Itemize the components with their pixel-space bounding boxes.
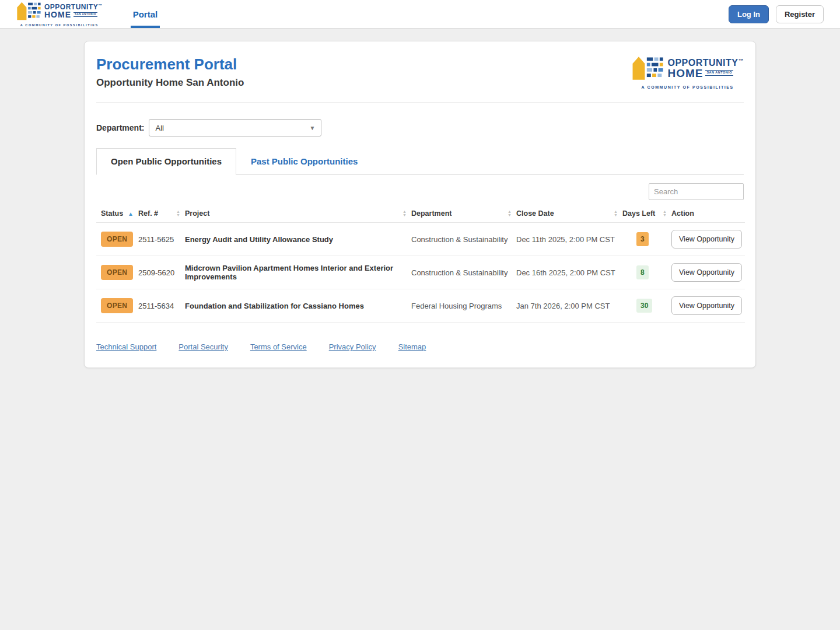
logo-line1: OPPORTUNITY [667,58,738,68]
footer-link-technical-support[interactable]: Technical Support [96,342,156,351]
app-logo[interactable]: OPPORTUNITY™ HOMESAN ANTONIO A COMMUNITY… [16,0,103,28]
logo-sub: SAN ANTONIO [74,12,97,18]
sort-icon: ▲▼ [176,210,180,217]
trademark-symbol: ™ [98,4,103,8]
col-action: Action [671,206,745,223]
project-name: Energy Audit and Utility Allowance Study [185,223,411,256]
top-navbar: OPPORTUNITY™ HOMESAN ANTONIO A COMMUNITY… [0,0,840,29]
table-header-row: Status▲ Ref. #▲▼ Project▲▼ Department▲▼ … [96,206,745,223]
close-date-cell: Dec 16th 2025, 2:00 PM CST [516,256,622,289]
logo-line2: HOME [667,68,703,79]
department-cell: Construction & Sustainability [411,256,516,289]
sort-icon: ▲▼ [614,210,618,217]
view-opportunity-button[interactable]: View Opportunity [671,230,742,249]
ref-number: 2511-5625 [138,223,185,256]
logo-line2: HOME [44,10,71,19]
search-input[interactable] [649,183,744,200]
register-button[interactable]: Register [776,5,824,23]
chevron-down-icon: ▼ [310,125,316,131]
department-selected-value: All [155,124,163,132]
department-cell: Federal Housing Programs [411,289,516,323]
table-row: OPEN 2511-5634 Foundation and Stabilizat… [96,289,745,323]
close-date-cell: Dec 11th 2025, 2:00 PM CST [516,223,622,256]
view-opportunity-button[interactable]: View Opportunity [671,263,742,282]
view-opportunity-button[interactable]: View Opportunity [671,296,742,315]
days-left-badge: 30 [636,299,652,313]
tab-bar: Open Public Opportunities Past Public Op… [96,148,744,175]
footer-link-portal-security[interactable]: Portal Security [178,342,228,351]
sort-icon: ▲▼ [402,210,407,217]
department-label: Department: [96,123,144,132]
col-days-left[interactable]: Days Left▲▼ [622,206,671,223]
status-badge: OPEN [101,265,133,280]
tab-past-public-opportunities[interactable]: Past Public Opportunities [236,148,372,174]
footer-link-terms-of-service[interactable]: Terms of Service [250,342,307,351]
department-select[interactable]: All ▼ [149,119,321,136]
logo-tagline: A COMMUNITY OF POSSIBILITIES [16,23,103,27]
col-close-date[interactable]: Close Date▲▼ [516,206,622,223]
portal-card: Procurement Portal Opportunity Home San … [84,41,756,368]
col-ref[interactable]: Ref. #▲▼ [138,206,185,223]
logo-sub: SAN ANTONIO [705,70,733,76]
col-project[interactable]: Project▲▼ [185,206,411,223]
trademark-symbol: ™ [738,58,744,64]
nav-portal-link[interactable]: Portal [131,0,160,28]
footer-links: Technical Support Portal Security Terms … [96,342,744,355]
table-row: OPEN 2511-5625 Energy Audit and Utility … [96,223,745,256]
logo-tagline: A COMMUNITY OF POSSIBILITIES [631,85,744,89]
project-name: Midcrown Pavilion Apartment Homes Interi… [185,256,411,289]
department-cell: Construction & Sustainability [411,223,516,256]
footer-link-privacy-policy[interactable]: Privacy Policy [329,342,376,351]
sort-icon: ▲▼ [663,210,667,217]
ref-number: 2509-5620 [138,256,185,289]
status-badge: OPEN [101,298,133,313]
status-badge: OPEN [101,232,133,247]
login-button[interactable]: Log In [729,5,769,23]
card-logo: OPPORTUNITY™ HOMESAN ANTONIO A COMMUNITY… [631,55,744,89]
sort-ascending-icon: ▲ [128,211,134,217]
days-left-badge: 3 [636,232,649,246]
footer-link-sitemap[interactable]: Sitemap [398,342,426,351]
col-status[interactable]: Status▲ [96,206,138,223]
ref-number: 2511-5634 [138,289,185,323]
days-left-badge: 8 [636,265,649,279]
opportunities-table: Status▲ Ref. #▲▼ Project▲▼ Department▲▼ … [96,206,745,323]
header-divider [96,102,744,103]
sort-icon: ▲▼ [508,210,512,217]
table-row: OPEN 2509-5620 Midcrown Pavilion Apartme… [96,256,745,289]
house-logo-icon [16,1,41,21]
close-date-cell: Jan 7th 2026, 2:00 PM CST [516,289,622,323]
tab-open-public-opportunities[interactable]: Open Public Opportunities [96,148,236,175]
col-department[interactable]: Department▲▼ [411,206,516,223]
page-subtitle: Opportunity Home San Antonio [96,77,244,89]
project-name: Foundation and Stabilization for Cassian… [185,289,411,323]
house-logo-icon [631,55,664,81]
page-title: Procurement Portal [96,55,244,74]
